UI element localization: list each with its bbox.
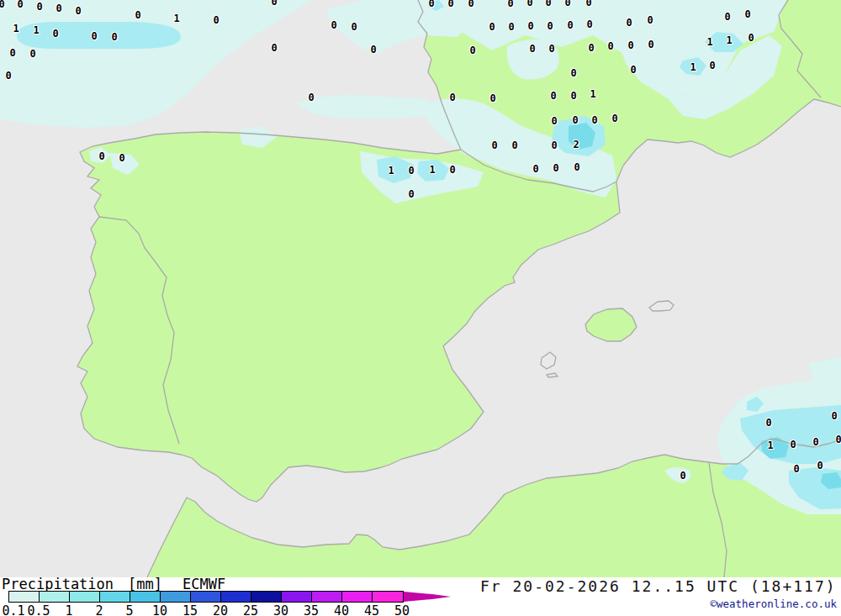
weather-map-page: 0000001001100000000000000000000000000000… <box>0 0 841 616</box>
precipitation-map: 0000001001100000000000000000000000000000… <box>0 0 841 577</box>
legend-footer: Precipitation [mm] ECMWF 0.10.5125101520… <box>0 577 841 616</box>
legend-color-segment <box>70 592 100 602</box>
legend-arrow <box>404 591 451 603</box>
legend-colorbar <box>8 591 404 603</box>
legend-color-segment <box>100 592 130 602</box>
legend-tick-label: 10 <box>152 603 167 616</box>
legend-tick-label: 1 <box>65 603 72 616</box>
legend-color-segment <box>221 592 251 602</box>
precip-patch <box>507 39 559 80</box>
map-svg <box>0 0 841 577</box>
legend-color-segment <box>373 592 403 602</box>
timestamp-text: Fr 20-02-2026 12..15 UTC (18+117) <box>480 577 837 595</box>
legend-tick-label: 45 <box>364 603 379 616</box>
legend-tick-label: 15 <box>182 603 198 616</box>
legend-color-segment <box>191 592 221 602</box>
legend-tick-label: 50 <box>394 603 410 616</box>
legend-color-segment <box>130 592 161 602</box>
legend-color-segment <box>312 592 342 602</box>
legend-color-segment <box>40 592 70 602</box>
legend-tick-label: 2 <box>95 603 103 616</box>
legend-tick-label: 20 <box>213 603 228 616</box>
precip-patch-medium <box>17 22 181 49</box>
copyright-link[interactable]: ©weatheronline.co.uk <box>710 598 837 610</box>
legend-unit: [mm] <box>128 576 162 592</box>
legend-model: ECMWF <box>182 576 225 592</box>
legend-color-segment <box>342 592 373 602</box>
legend-tick-label: 5 <box>125 603 133 616</box>
legend-title: Precipitation <box>2 576 114 592</box>
legend-tick-label: 0.1 <box>2 603 24 616</box>
legend-tick-label: 40 <box>334 603 349 616</box>
legend-color-segment <box>282 592 312 602</box>
legend-tick-label: 25 <box>243 603 258 616</box>
legend-color-segment <box>161 592 191 602</box>
legend-tick-label: 30 <box>273 603 288 616</box>
legend-color-segment <box>251 592 282 602</box>
legend-color-segment <box>9 592 40 602</box>
legend-tick-label: 35 <box>304 603 319 616</box>
legend-tick-label: 0.5 <box>27 603 50 616</box>
